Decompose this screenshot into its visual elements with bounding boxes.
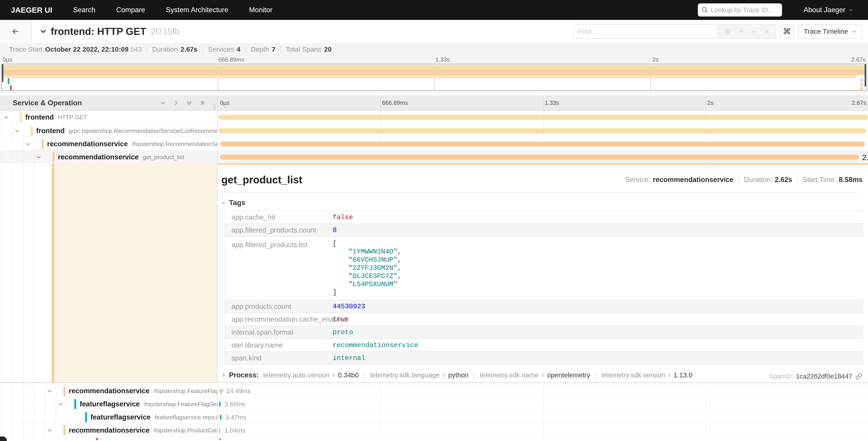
span-duration-label: 1.04ms [224,427,245,434]
link-icon[interactable] [855,373,862,380]
chevron-right-icon [221,373,226,377]
span-service: recommendationservice [69,426,150,435]
chevron-down-icon [848,8,853,12]
minimap-right-handle[interactable] [865,64,866,86]
minimap-span-other [10,85,12,90]
trace-id-lookup[interactable] [698,3,782,17]
span-row-partial[interactable] [0,437,868,440]
command-icon: ⌘ [783,27,791,36]
minimap-left-handle[interactable] [2,64,3,82]
span-bar[interactable] [219,402,221,407]
tag-row: internal.span.format proto [225,326,864,339]
service-color-bar [42,139,44,149]
span-bar[interactable] [219,128,866,133]
span-bar[interactable] [219,115,868,120]
back-button[interactable] [0,20,32,43]
trace-header-bar: frontend: HTTP GET 2f715fb ⌘ [0,20,868,43]
minimap-span-frontend [2,65,866,70]
chevron-down-icon[interactable] [25,141,31,147]
span-operation: get_product_list [143,154,184,161]
span-service: recommendationservice [69,387,150,395]
span-bar[interactable] [219,428,220,433]
span-service: recommendationservice [47,140,128,148]
span-row-rec-productcatalog[interactable]: recommendationservice /hipstershop.Produ… [0,423,868,437]
span-row-frontend-grpc[interactable]: frontend grpc.hipstershop.Recommendation… [0,124,868,137]
chevron-down-icon [221,201,226,205]
selected-span-bar-strip [218,163,868,165]
span-detail-row: get_product_list Service:recommendations… [0,163,868,383]
tag-row: app.filtered_products.list [ 1YMWWN1N4O … [225,236,864,300]
focus-match-icon[interactable] [724,28,731,35]
trace-id-lookup-input[interactable] [711,6,778,14]
prev-match-icon[interactable] [738,28,744,35]
span-row-frontend-http-get[interactable]: frontend HTTP GET [0,111,868,124]
nav-item-system-architecture[interactable]: System Architecture [166,6,228,14]
about-jaeger-menu[interactable]: About Jaeger [804,6,853,14]
service-color-bar [85,412,87,422]
collapse-trace-chevron[interactable] [39,28,47,35]
span-service: frontend [25,113,54,121]
trace-minimap[interactable] [1,64,867,91]
span-detail-meta: Service:recommendationservice Duration:2… [625,176,863,184]
trace-depth: Depth 7 [246,46,281,53]
service-operation-title: Service & Operation [13,99,82,107]
process-section-toggle[interactable]: Process: telemetry.auto.version0.34b0 te… [221,371,863,379]
span-row-get-product-list[interactable]: recommendationservice get_product_list 2… [0,150,868,163]
span-bar[interactable] [220,155,859,159]
trace-start: Trace Start October 22 2022, 22:10:09 .5… [4,46,147,53]
tag-row: app.filtered_products.count 8 [225,224,864,236]
keyboard-shortcuts-button[interactable]: ⌘ [780,25,793,38]
span-row-featureflag-repo-query[interactable]: featureflagservice featureflagservice.re… [0,410,868,423]
next-match-icon[interactable] [751,28,757,35]
search-icon [702,6,708,13]
chevron-down-icon[interactable] [46,428,53,433]
expand-all-icon[interactable] [199,99,206,106]
expand-one-icon[interactable] [173,99,179,106]
process-label: Process: [229,371,259,379]
span-bar[interactable] [219,388,223,393]
span-bar[interactable] [220,142,865,146]
trace-view-label: Trace Timeline [804,28,848,35]
service-color-bar [63,386,65,396]
app-logo[interactable]: JAEGER UI [11,6,52,14]
timeline-header: Service & Operation 0μs [0,95,868,111]
nav-item-monitor[interactable]: Monitor [249,6,273,14]
span-detail-panel: get_product_list Service:recommendations… [218,163,868,382]
collapse-all-icon[interactable] [186,99,192,106]
column-resizer[interactable] [214,105,215,110]
chevron-down-icon[interactable] [36,154,42,160]
span-row-recommendation-list[interactable]: recommendationservice /hipstershop.Recom… [0,137,868,150]
span-operation: /hipstershop.FeatureFlagService/Ge... [144,401,218,408]
chevron-down-icon[interactable] [58,401,63,407]
span-bar[interactable] [219,438,221,440]
span-duration-label: 14.49ms [226,388,250,395]
trace-view-selector[interactable]: Trace Timeline [798,24,862,39]
chevron-down-icon[interactable] [14,128,20,134]
span-duration-meta: Duration:2.62s [744,176,792,184]
span-row-rec-featureflag[interactable]: recommendationservice /hipstershop.Featu… [0,384,868,397]
span-row-featureflag-ge[interactable]: featureflagservice /hipstershop.FeatureF… [0,397,868,410]
minimap-span-tail [861,78,863,82]
process-kv: telemetry.sdk.languagepython [370,371,469,379]
span-bar[interactable] [220,415,221,420]
clear-find-icon[interactable] [764,29,770,34]
chevron-down-icon [852,29,857,34]
chevron-down-icon[interactable] [46,388,53,394]
tags-section-toggle[interactable]: Tags [221,199,868,207]
about-jaeger-label: About Jaeger [804,6,845,14]
process-kv: telemetry.auto.version0.34b0 [263,371,359,379]
span-service: featureflagservice [91,413,151,421]
chevron-down-icon[interactable] [3,114,9,120]
span-id-value: 1ca2262df0e18447 [796,373,852,380]
find-input[interactable] [573,24,718,39]
tag-row: app.recommendation.cache_enabled true [225,313,864,326]
service-color-bar [31,126,33,136]
nav-item-compare[interactable]: Compare [116,6,145,14]
span-id-footer: SpanID: 1ca2262df0e18447 [769,373,862,380]
nav-item-search[interactable]: Search [73,6,95,14]
trace-total-spans: Total Spans 20 [281,46,337,53]
collapse-one-icon[interactable] [160,99,166,106]
trace-title: frontend: HTTP GET [51,26,146,37]
trace-summary: Trace Start October 22 2022, 22:10:09 .5… [0,43,868,56]
span-start-time-meta: Start Time:8.58ms [803,176,863,184]
